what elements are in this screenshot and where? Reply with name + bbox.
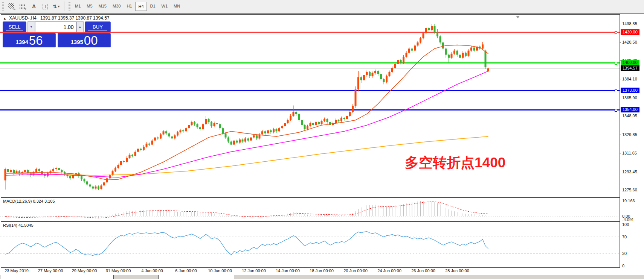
chart-shift-marker[interactable] — [516, 16, 520, 18]
sell-price-main: 1394 — [15, 39, 28, 45]
sell-price-display[interactable]: 1394 56 — [3, 33, 56, 47]
date-label: 23 May 2019 — [5, 268, 29, 273]
sell-button[interactable]: SELL — [3, 21, 26, 32]
symbol-collapse-icon[interactable]: ▲ — [3, 17, 6, 20]
date-axis: 23 May 201927 May 00:0029 May 00:0031 Ma… — [0, 268, 644, 274]
buy-button[interactable]: BUY — [85, 21, 111, 32]
sell-price-pips: 56 — [29, 35, 43, 46]
date-label: 26 Jun 00:00 — [411, 268, 435, 273]
buy-price-display[interactable]: 1395 00 — [58, 33, 111, 47]
mt4-terminal-window: E F A T ⇅▼ M1M5M15M30H1H4D1W1MN ▲ XAUUSD… — [0, 0, 644, 279]
chart-tab[interactable] — [0, 275, 114, 279]
volume-increase-button[interactable]: ▲ — [76, 21, 84, 32]
symbol-period-label: XAUUSD-,H4 — [9, 15, 37, 21]
date-label: 10 Jun 00:00 — [208, 268, 232, 273]
date-label: 27 May 00:00 — [38, 268, 63, 273]
chart-title: ▲ XAUUSD-,H4 1391.87 1395.37 1390.87 139… — [3, 15, 109, 21]
date-label: 12 Jun 00:00 — [242, 268, 266, 273]
date-label: 24 Jun 00:00 — [377, 268, 401, 273]
volume-input[interactable] — [35, 21, 76, 32]
date-label: 6 Jun 00:00 — [175, 268, 197, 273]
date-label: 18 Jun 00:00 — [310, 268, 334, 273]
buy-price-main: 1395 — [70, 39, 83, 45]
sell-button-label: SELL — [9, 24, 21, 30]
date-label: 4 Jun 00:00 — [141, 268, 163, 273]
sell-underline — [6, 30, 23, 31]
ohlc-values: 1391.87 1395.37 1390.87 1394.57 — [40, 15, 110, 21]
buy-price-pips: 00 — [84, 35, 98, 46]
chart-annotation-text[interactable]: 多空转折点1400 — [405, 153, 505, 172]
arrow-up-icon: ▲ — [78, 25, 81, 29]
macd-pane — [0, 201, 620, 218]
one-click-trading-panel: SELL ▼ ▲ BUY 1394 56 1395 00 — [3, 21, 111, 47]
buy-button-label: BUY — [93, 24, 103, 30]
chart-tabs-bar — [0, 275, 644, 279]
arrow-down-icon: ▼ — [30, 25, 33, 29]
volume-decrease-button[interactable]: ▼ — [27, 21, 35, 32]
rsi-pane — [0, 232, 620, 256]
buy-underline — [88, 30, 107, 31]
rsi-label: RSI(14) 41.5045 — [3, 223, 34, 227]
chart-tab[interactable] — [158, 275, 234, 279]
date-label: 31 May 00:00 — [106, 268, 131, 273]
date-label: 29 May 00:00 — [72, 268, 97, 273]
macd-label: MACD(12,26,9) 0.324 3.105 — [3, 199, 55, 203]
date-label: 14 Jun 00:00 — [276, 268, 300, 273]
date-label: 20 Jun 00:00 — [343, 268, 368, 273]
date-label: 28 Jun 00:00 — [445, 268, 469, 273]
